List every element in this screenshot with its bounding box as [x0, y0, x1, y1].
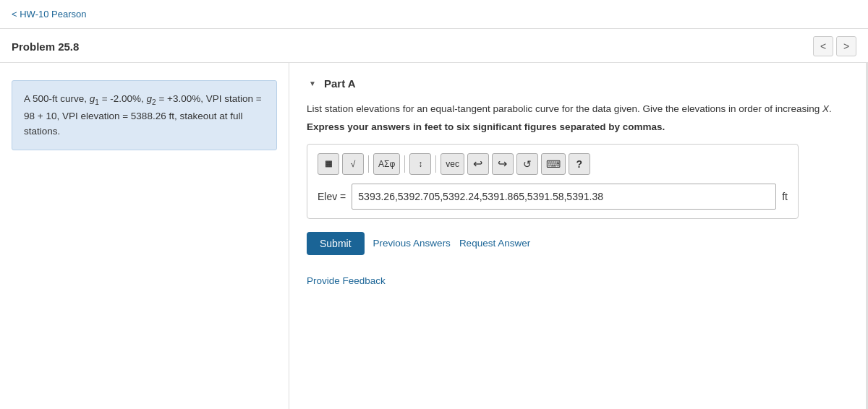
help-button[interactable]: ?	[569, 153, 590, 175]
submit-button[interactable]: Submit	[307, 232, 365, 255]
sqrt-button[interactable]: √	[342, 153, 364, 175]
refresh-icon: ↺	[523, 158, 532, 170]
request-answer-link[interactable]: Request Answer	[459, 238, 530, 249]
prev-arrow-icon: <	[820, 40, 826, 52]
request-answer-label: Request Answer	[459, 238, 530, 249]
alpha-sigma-button[interactable]: ΑΣφ	[373, 153, 400, 175]
toolbar-separator-1	[368, 155, 369, 173]
help-icon: ?	[576, 158, 583, 170]
part-a-title: Part A	[324, 77, 356, 90]
back-link-text: < HW-10 Pearson	[12, 9, 86, 20]
previous-answers-label: Previous Answers	[373, 238, 451, 249]
part-a-header: ▼ Part A	[307, 77, 851, 90]
arrows-button[interactable]: ↕	[409, 153, 431, 175]
previous-answers-link[interactable]: Previous Answers	[373, 238, 451, 249]
nav-arrows: < >	[813, 36, 856, 56]
problem-header: Problem 25.8 < >	[0, 29, 868, 63]
vec-icon: vec	[446, 159, 459, 169]
left-panel: A 500-ft curve, g1 = -2.00%, g2 = +3.00%…	[0, 63, 289, 409]
redo-icon: ↪	[498, 157, 507, 171]
next-problem-button[interactable]: >	[836, 36, 856, 56]
provide-feedback-link[interactable]: Provide Feedback	[307, 275, 386, 286]
keyboard-button[interactable]: ⌨	[541, 153, 566, 175]
back-link[interactable]: < HW-10 Pearson	[12, 9, 86, 20]
question-text: List station elevations for an equal-tan…	[307, 101, 851, 117]
math-toolbar: ▦ √ ΑΣφ ↕ vec ↩	[318, 153, 788, 175]
next-arrow-icon: >	[843, 40, 849, 52]
part-a-toggle[interactable]: ▼	[307, 78, 318, 90]
matrix-icon: ▦	[325, 159, 332, 168]
refresh-button[interactable]: ↺	[516, 153, 538, 175]
arrows-icon: ↕	[418, 159, 422, 169]
action-row: Submit Previous Answers Request Answer	[307, 232, 851, 255]
sqrt-icon: √	[351, 159, 356, 169]
vec-button[interactable]: vec	[441, 153, 464, 175]
toolbar-separator-2	[404, 155, 405, 173]
question-instruction: Express your answers in feet to six sign…	[307, 121, 851, 132]
undo-button[interactable]: ↩	[467, 153, 489, 175]
elev-label: Elev =	[318, 191, 346, 202]
submit-label: Submit	[320, 238, 352, 249]
keyboard-icon: ⌨	[546, 158, 561, 170]
provide-feedback-label: Provide Feedback	[307, 275, 386, 286]
matrix-button[interactable]: ▦	[318, 153, 339, 175]
input-row: Elev = ft	[318, 184, 788, 210]
toolbar-separator-3	[435, 155, 436, 173]
alpha-sigma-icon: ΑΣφ	[378, 159, 395, 169]
problem-title: Problem 25.8	[12, 40, 79, 53]
prev-problem-button[interactable]: <	[813, 36, 833, 56]
undo-icon: ↩	[473, 157, 482, 171]
right-panel: ▼ Part A List station elevations for an …	[289, 63, 868, 409]
problem-description-text: A 500-ft curve, g1 = -2.00%, g2 = +3.00%…	[24, 93, 262, 137]
top-nav: < HW-10 Pearson	[0, 0, 868, 29]
answer-input[interactable]	[352, 184, 776, 210]
redo-button[interactable]: ↪	[492, 153, 514, 175]
problem-description-box: A 500-ft curve, g1 = -2.00%, g2 = +3.00%…	[12, 80, 277, 150]
unit-label: ft	[782, 191, 788, 202]
main-layout: A 500-ft curve, g1 = -2.00%, g2 = +3.00%…	[0, 63, 868, 409]
answer-container: ▦ √ ΑΣφ ↕ vec ↩	[307, 144, 799, 219]
